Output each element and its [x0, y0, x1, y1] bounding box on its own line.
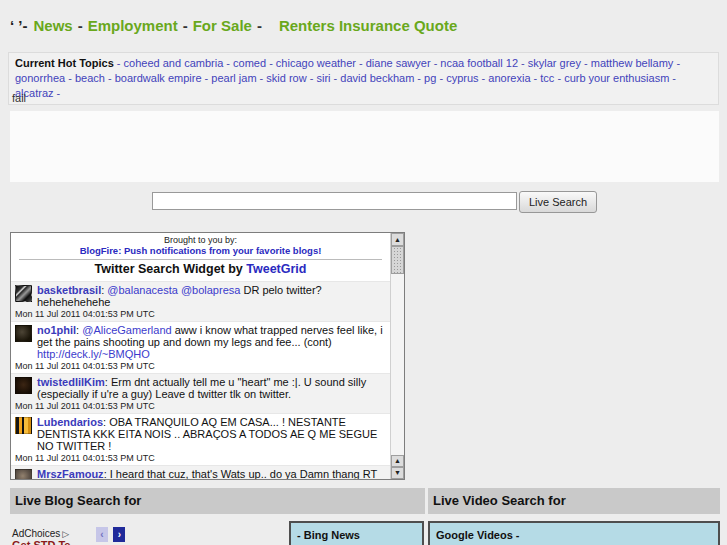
hot-topics-separator: -: [114, 57, 124, 69]
tweet-link[interactable]: @AliceGamerland: [82, 324, 171, 336]
live-search-input[interactable]: [152, 192, 517, 210]
tweet-username[interactable]: Lubendarios: [37, 416, 103, 428]
tweet-username[interactable]: MrszFamouz: [37, 468, 104, 480]
hot-topic-pearl-jam[interactable]: pearl jam: [211, 72, 256, 84]
site-title-prefix: ‘ ’-: [10, 17, 28, 34]
tweet-link[interactable]: @bolapresa: [181, 284, 240, 296]
hot-topic-matthew-bellamy[interactable]: matthew bellamy: [591, 57, 674, 69]
tweet-main: MrszFamouz: I heard that cuz, that's Wat…: [14, 468, 386, 480]
widget-title-text: Twitter Search Widget by: [95, 262, 247, 276]
avatar: [15, 377, 32, 394]
hot-topic-siri[interactable]: siri: [316, 72, 330, 84]
hot-topic-comed[interactable]: comed: [233, 57, 266, 69]
tweet-main: basketbrasil: @balanacesta @bolapresa DR…: [14, 284, 386, 308]
hot-topic-pg[interactable]: pg: [424, 72, 436, 84]
hot-topics-label: Current Hot Topics: [15, 57, 114, 69]
tweet-text: basketbrasil: @balanacesta @bolapresa DR…: [37, 284, 386, 308]
tweet-row: basketbrasil: @balanacesta @bolapresa DR…: [11, 281, 390, 321]
tweet-row: MrszFamouz: I heard that cuz, that's Wat…: [11, 465, 390, 480]
tweet-text: twistedlilKim: Erm dnt actually tell me …: [37, 376, 386, 400]
topic-separator: -: [531, 72, 541, 84]
hot-topic-boardwalk-empire[interactable]: boardwalk empire: [115, 72, 202, 84]
hot-topic-skylar-grey[interactable]: skylar grey: [528, 57, 581, 69]
topic-separator: -: [479, 72, 489, 84]
tweet-row: twistedlilKim: Erm dnt actually tell me …: [11, 373, 390, 413]
top-nav: ‘ ’-News-Employment-For Sale-Renters Ins…: [10, 17, 457, 34]
hot-topics-box: Current Hot Topics - coheed and cambria …: [8, 52, 719, 105]
bing-news-label: - Bing News: [297, 529, 360, 541]
scroll-up-bottom-icon[interactable]: ▲: [391, 455, 404, 467]
nav-item-employment[interactable]: Employment: [88, 17, 178, 34]
hot-topic-beach[interactable]: beach: [75, 72, 105, 84]
twitter-widget: Brought to you by: BlogFire: Push notifi…: [10, 232, 405, 480]
topic-separator: -: [554, 72, 564, 84]
live-search-button[interactable]: Live Search: [519, 191, 597, 213]
live-video-search-header: Live Video Search for: [428, 488, 720, 514]
tweet-link[interactable]: @balanacesta: [107, 284, 178, 296]
topic-separator: -: [414, 72, 424, 84]
top-nav-items: News-Employment-For Sale-Renters Insuran…: [34, 17, 458, 34]
ad-carousel-controls: ‹ ›: [96, 527, 125, 545]
bing-news-box: - Bing News: [289, 521, 424, 545]
nav-separator: -: [183, 17, 188, 34]
tweet-username[interactable]: basketbrasil: [37, 284, 101, 296]
live-blog-search-header: Live Blog Search for: [10, 488, 425, 514]
topic-separator: -: [307, 72, 317, 84]
topic-separator: -: [54, 87, 61, 99]
tweet-main: no1phil: @AliceGamerland aww i know what…: [14, 324, 386, 360]
topic-separator: -: [257, 72, 267, 84]
tweet-timestamp: Mon 11 Jul 2011 04:01:53 PM UTC: [15, 453, 386, 463]
topic-separator: -: [356, 57, 366, 69]
tweet-row: no1phil: @AliceGamerland aww i know what…: [11, 321, 390, 373]
widget-scrollbar[interactable]: ▲ ▲ ▼: [390, 233, 404, 479]
tweet-row: Lubendarios: OBA TRANQUILO AQ EM CASA...…: [11, 413, 390, 465]
hot-topic-coheed-and-cambria[interactable]: coheed and cambria: [124, 57, 224, 69]
tweet-main: twistedlilKim: Erm dnt actually tell me …: [14, 376, 386, 400]
ad-text-link[interactable]: Get STD Te: [12, 539, 70, 545]
tweet-text: MrszFamouz: I heard that cuz, that's Wat…: [37, 468, 386, 480]
topic-separator: -: [669, 72, 676, 84]
tweet-link[interactable]: http://deck.ly/~BMQHO: [37, 348, 150, 360]
scrollbar-thumb[interactable]: [391, 246, 404, 274]
carousel-prev-icon[interactable]: ‹: [96, 527, 108, 542]
tweet-username[interactable]: no1phil: [37, 324, 76, 336]
topic-separator: -: [518, 57, 528, 69]
hot-topic-tcc[interactable]: tcc: [540, 72, 554, 84]
scroll-down-icon[interactable]: ▼: [391, 467, 404, 479]
hot-topic-david-beckham[interactable]: david beckham: [340, 72, 414, 84]
topic-separator: -: [581, 57, 591, 69]
scroll-up-icon[interactable]: ▲: [391, 233, 404, 246]
adchoices-link[interactable]: AdChoices▷: [12, 528, 69, 539]
nav-item-news[interactable]: News: [34, 17, 73, 34]
hot-topic-diane-sawyer[interactable]: diane sawyer: [366, 57, 431, 69]
topic-separator: -: [431, 57, 441, 69]
tweetgrid-link[interactable]: TweetGrid: [246, 262, 306, 276]
topic-separator: -: [202, 72, 212, 84]
tweet-text: Lubendarios: OBA TRANQUILO AQ EM CASA...…: [37, 416, 386, 452]
hot-topic-cyprus[interactable]: cyprus: [446, 72, 478, 84]
topic-separator: -: [436, 72, 446, 84]
nav-item-for-sale[interactable]: For Sale: [193, 17, 252, 34]
hot-topic-chicago-weather[interactable]: chicago weather: [276, 57, 356, 69]
hot-topic-anorexia[interactable]: anorexia: [488, 72, 530, 84]
topic-separator: -: [105, 72, 115, 84]
hot-topic-gonorrhea[interactable]: gonorrhea: [15, 72, 65, 84]
topic-separator: -: [65, 72, 75, 84]
google-videos-label: Google Videos -: [436, 529, 520, 541]
carousel-next-icon[interactable]: ›: [113, 527, 125, 542]
adchoices-icon: ▷: [62, 529, 69, 539]
topic-separator: -: [673, 57, 680, 69]
hot-topic-curb-your-enthusiasm[interactable]: curb your enthusiasm: [564, 72, 669, 84]
widget-title: Twitter Search Widget by TweetGrid: [11, 262, 390, 277]
tweet-timestamp: Mon 11 Jul 2011 04:01:53 PM UTC: [15, 309, 386, 319]
avatar: [15, 469, 32, 480]
avatar: [15, 417, 32, 434]
avatar: [15, 285, 32, 302]
hot-topic-skid-row[interactable]: skid row: [266, 72, 306, 84]
hot-topic-ncaa-football-12[interactable]: ncaa football 12: [440, 57, 518, 69]
blogfire-link[interactable]: BlogFire: Push notifications from your f…: [11, 245, 390, 256]
tweet-username[interactable]: twistedlilKim: [37, 376, 105, 388]
google-videos-box: Google Videos -: [428, 521, 720, 545]
nav-item-renters-insurance-quote[interactable]: Renters Insurance Quote: [279, 17, 457, 34]
widget-content: Brought to you by: BlogFire: Push notifi…: [11, 235, 390, 480]
